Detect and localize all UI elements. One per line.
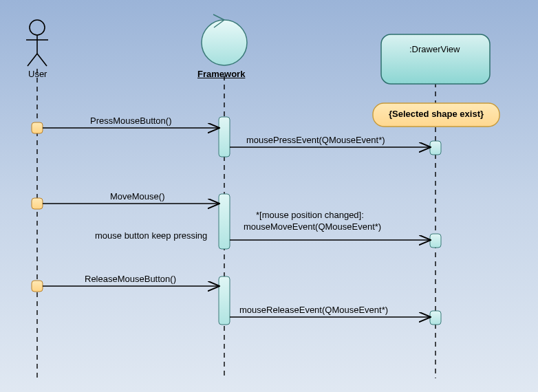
actor-label: User <box>28 69 47 79</box>
activation-user-2 <box>32 198 43 209</box>
activation-user-3 <box>32 281 43 292</box>
msg4-label: mouseMoveEvent(QMouseEvent*) <box>244 221 381 232</box>
msg2-label: mousePressEvent(QMouseEvent*) <box>246 135 385 145</box>
msg5-label: ReleaseMouseButton() <box>85 274 176 284</box>
svg-line-3 <box>28 54 37 66</box>
object-drawer <box>381 34 490 84</box>
msg4-top: *[mouse position changed]: <box>256 210 364 220</box>
svg-line-4 <box>37 54 47 66</box>
svg-line-6 <box>213 14 224 20</box>
activation-framework-1 <box>219 117 230 157</box>
activation-drawer-2 <box>430 234 441 248</box>
sequence-diagram <box>0 0 538 392</box>
msg6-label: mouseReleaseEvent(QMouseEvent*) <box>239 305 388 315</box>
msg3-note: mouse button keep pressing <box>95 230 207 241</box>
activation-drawer-1 <box>430 141 441 155</box>
svg-point-5 <box>202 20 247 65</box>
activation-drawer-3 <box>430 311 441 325</box>
svg-point-0 <box>30 20 45 35</box>
activation-user-1 <box>32 122 43 133</box>
actor-user <box>26 20 48 66</box>
object-label: :DrawerView <box>409 44 460 54</box>
control-framework <box>202 14 247 65</box>
activation-framework-2 <box>219 194 230 249</box>
control-label: Framework <box>197 69 245 79</box>
guard-label: {Selected shape exist} <box>389 109 484 119</box>
msg1-label: PressMouseButton() <box>90 116 172 126</box>
activation-framework-3 <box>219 276 230 325</box>
msg3-label: MoveMouse() <box>110 191 164 202</box>
